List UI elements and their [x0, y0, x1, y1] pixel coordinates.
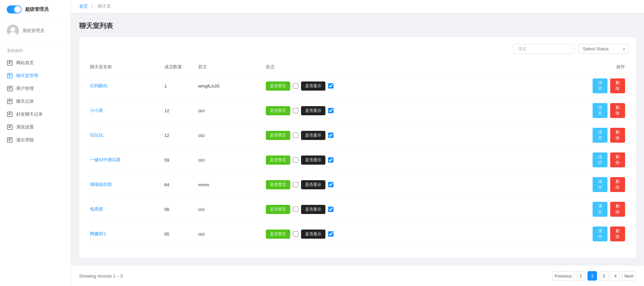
action-btns-1: 清空 删除 [593, 103, 625, 118]
btn-ban-3[interactable]: 是否禁言 [266, 156, 290, 165]
ban-checkbox-4[interactable] [293, 182, 298, 187]
th-count: 成员数量 [160, 61, 194, 74]
pagination-page-4[interactable]: 4 [611, 271, 620, 281]
room-name-link-4[interactable]: 喵喵粉丝群 [90, 182, 112, 187]
main: 首页 / 聊天室 聊天室列表 Select Status 启用 禁用 [71, 0, 644, 286]
show-checkbox-6[interactable] [328, 231, 334, 237]
room-name-link-6[interactable]: 网赚群3 [90, 231, 106, 236]
breadcrumb-current: 聊天室 [98, 4, 111, 9]
svg-rect-23 [8, 140, 10, 141]
btn-ban-2[interactable]: 是否禁言 [266, 131, 290, 140]
room-name-link-0[interactable]: 亿码酷站 [90, 83, 108, 88]
btn-delete-5[interactable]: 删除 [610, 202, 625, 217]
status-controls-2: 是否禁言 是否显示 [266, 131, 584, 140]
breadcrumb-separator: / [91, 4, 93, 9]
btn-ban-0[interactable]: 是否禁言 [266, 81, 290, 91]
sidebar-item-chat-log[interactable]: 聊天记录 [0, 95, 71, 108]
app-title: 超级管理员 [25, 6, 49, 13]
sidebar-item-users[interactable]: 用户管理 [0, 82, 71, 95]
btn-show-4[interactable]: 是否显示 [301, 180, 325, 189]
room-name-link-1[interactable]: 小小群 [90, 108, 103, 113]
show-checkbox-4[interactable] [328, 182, 334, 187]
ban-checkbox-3[interactable] [293, 157, 298, 163]
btn-delete-4[interactable]: 删除 [610, 177, 625, 192]
btn-show-1[interactable]: 是否显示 [301, 106, 325, 115]
btn-ban-1[interactable]: 是否禁言 [266, 106, 290, 115]
pagination-page-1[interactable]: 1 [576, 271, 585, 281]
btn-show-3[interactable]: 是否显示 [301, 156, 325, 165]
sidebar-item-chatroom[interactable]: 聊天室管理 [0, 69, 71, 82]
btn-show-6[interactable]: 是否显示 [301, 230, 325, 239]
search-input[interactable] [513, 44, 574, 54]
cell-action-3: 清空 删除 [589, 148, 629, 172]
chatroom-icon [7, 73, 13, 79]
select-status[interactable]: Select Status 启用 禁用 [578, 44, 629, 54]
show-checkbox-1[interactable] [328, 108, 334, 113]
cell-owner-3: cici [194, 148, 262, 172]
table-row: 亿码酷站 1 wmgfLAJG 是否禁言 是否显示 清空 删除 [86, 74, 629, 98]
svg-rect-5 [8, 63, 10, 64]
sidebar-item-home[interactable]: 网站首页 [0, 56, 71, 69]
breadcrumb-home[interactable]: 首页 [79, 4, 88, 9]
cell-name-4: 喵喵粉丝群 [86, 172, 160, 197]
svg-rect-19 [8, 126, 11, 126]
cell-name-5: 电商群 [86, 197, 160, 222]
btn-delete-0[interactable]: 删除 [610, 78, 625, 93]
btn-show-2[interactable]: 是否显示 [301, 131, 325, 140]
chat-log-icon [7, 98, 13, 104]
show-checkbox-0[interactable] [328, 83, 334, 89]
cell-count-5: 56 [160, 197, 194, 222]
users-icon [7, 86, 13, 92]
table-row: 喵喵粉丝群 64 mmm 是否禁言 是否显示 清空 删除 [86, 172, 629, 197]
show-checkbox-2[interactable] [328, 133, 334, 138]
btn-delete-2[interactable]: 删除 [610, 128, 625, 143]
room-name-link-5[interactable]: 电商群 [90, 207, 103, 212]
btn-clear-1[interactable]: 清空 [593, 103, 607, 118]
table-row: 一键APP测试群 59 cici 是否禁言 是否显示 清空 删除 [86, 148, 629, 172]
room-name-link-3[interactable]: 一键APP测试群 [90, 157, 121, 162]
cell-status-6: 是否禁言 是否显示 [262, 222, 589, 246]
friend-log-icon [7, 111, 13, 117]
sidebar-item-friend-log[interactable]: 好友聊天记录 [0, 108, 71, 121]
ban-checkbox-1[interactable] [293, 108, 298, 113]
cell-name-1: 小小群 [86, 98, 160, 123]
pagination-prev[interactable]: Previous [552, 271, 574, 281]
cell-owner-1: cici [194, 98, 262, 123]
btn-ban-4[interactable]: 是否禁言 [266, 180, 290, 189]
cell-owner-4: mmm [194, 172, 262, 197]
btn-clear-4[interactable]: 清空 [593, 177, 607, 192]
btn-show-5[interactable]: 是否显示 [301, 205, 325, 214]
btn-delete-3[interactable]: 删除 [610, 152, 625, 167]
btn-ban-5[interactable]: 是否禁言 [266, 205, 290, 214]
status-controls-0: 是否禁言 是否显示 [266, 81, 584, 91]
btn-clear-2[interactable]: 清空 [593, 128, 607, 143]
pagination-page-2[interactable]: 2 [588, 271, 597, 281]
svg-rect-4 [8, 62, 11, 62]
btn-delete-1[interactable]: 删除 [610, 103, 625, 118]
svg-rect-11 [8, 89, 10, 89]
btn-clear-3[interactable]: 清空 [593, 152, 607, 167]
pagination-page-3[interactable]: 3 [599, 271, 608, 281]
cell-name-3: 一键APP测试群 [86, 148, 160, 172]
sidebar-label-settings: 系统设置 [16, 124, 34, 130]
sidebar-item-logout[interactable]: 退出登陆 [0, 134, 71, 146]
sidebar-toggle[interactable] [7, 5, 22, 14]
ban-checkbox-2[interactable] [293, 133, 298, 138]
btn-delete-6[interactable]: 删除 [610, 227, 625, 241]
btn-show-0[interactable]: 是否显示 [301, 81, 325, 91]
ban-checkbox-5[interactable] [293, 207, 298, 212]
ban-checkbox-0[interactable] [293, 83, 298, 89]
pagination-next[interactable]: Next [622, 271, 636, 281]
cell-count-3: 59 [160, 148, 194, 172]
btn-ban-6[interactable]: 是否禁言 [266, 230, 290, 239]
btn-clear-5[interactable]: 清空 [593, 202, 607, 217]
show-checkbox-3[interactable] [328, 157, 334, 163]
btn-clear-6[interactable]: 清空 [593, 227, 607, 241]
cell-action-2: 清空 删除 [589, 123, 629, 148]
show-checkbox-5[interactable] [328, 207, 334, 212]
sidebar-item-settings[interactable]: 系统设置 [0, 121, 71, 134]
ban-checkbox-6[interactable] [293, 231, 298, 237]
action-btns-5: 清空 删除 [593, 202, 625, 217]
btn-clear-0[interactable]: 清空 [593, 78, 607, 93]
room-name-link-2[interactable]: 玩玩玩 [90, 133, 103, 138]
